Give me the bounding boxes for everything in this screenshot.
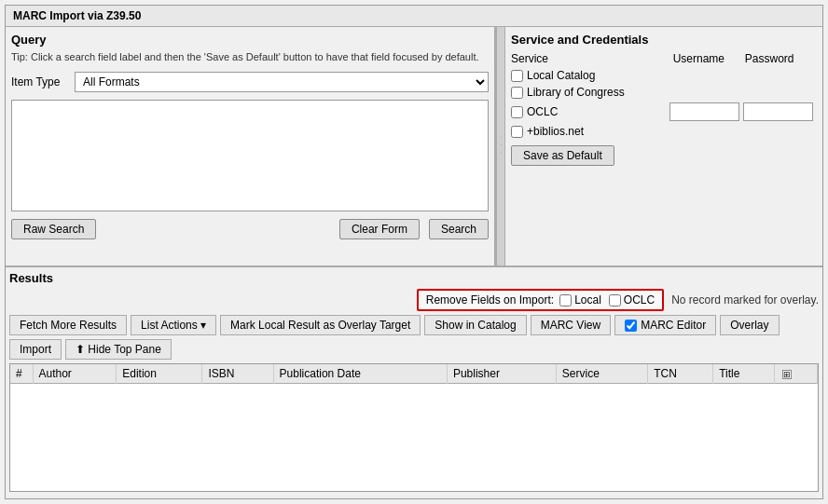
tip-text: Tip: Click a search field label and then… — [11, 50, 489, 64]
service-oclc-checkbox[interactable] — [511, 106, 523, 118]
expand-icon[interactable]: ⊞ — [782, 370, 792, 379]
main-content: Query Tip: Click a search field label an… — [6, 27, 822, 496]
col-hash: # — [10, 364, 33, 384]
marc-editor-label: MARC Editor — [641, 319, 706, 332]
query-title: Query — [11, 33, 489, 47]
top-section: Query Tip: Click a search field label an… — [6, 27, 822, 267]
oclc-checkbox[interactable] — [609, 294, 621, 306]
service-local-label[interactable]: Local Catalog — [511, 69, 679, 82]
col-title: Title — [713, 364, 774, 384]
service-headers: Service Username Password — [511, 52, 817, 65]
remove-check-row: Local OCLC — [559, 293, 655, 306]
raw-search-button[interactable]: Raw Search — [11, 219, 96, 239]
local-check-label[interactable]: Local — [559, 293, 601, 306]
item-type-select[interactable]: All Formats — [75, 72, 489, 92]
col-username: Username — [673, 52, 745, 65]
marc-view-button[interactable]: MARC View — [531, 315, 611, 335]
item-type-label: Item Type — [11, 75, 67, 89]
service-pane: Service and Credentials Service Username… — [505, 27, 822, 266]
results-toolbar-mid: Fetch More Results List Actions Mark Loc… — [9, 315, 819, 335]
service-row-local: Local Catalog — [511, 69, 817, 82]
remove-fields-label: Remove Fields on Import: — [426, 293, 554, 306]
upload-icon: ⬆ — [76, 343, 85, 356]
service-row-loc: Library of Congress — [511, 86, 817, 99]
service-row-biblios: +biblios.net — [511, 125, 817, 138]
mark-local-button[interactable]: Mark Local Result as Overlay Target — [220, 315, 421, 335]
results-toolbar-bottom: Import ⬆ Hide Top Pane — [9, 339, 819, 360]
service-local-checkbox[interactable] — [511, 70, 523, 82]
window-title: MARC Import via Z39.50 — [13, 9, 141, 22]
col-service: Service — [511, 52, 673, 65]
hide-top-pane-label: Hide Top Pane — [88, 343, 161, 356]
service-biblios-label[interactable]: +biblios.net — [511, 125, 679, 138]
oclc-username-input[interactable] — [669, 102, 739, 121]
marc-editor-checkbox[interactable] — [625, 320, 637, 332]
col-author: Author — [33, 364, 117, 384]
col-expand: ⊞ — [774, 364, 817, 384]
clear-form-button[interactable]: Clear Form — [339, 219, 420, 239]
show-in-catalog-button[interactable]: Show in Catalog — [424, 315, 526, 335]
col-edition: Edition — [117, 364, 202, 384]
service-buttons: Save as Default — [511, 145, 817, 166]
oclc-label: OCLC — [624, 293, 655, 306]
col-tcn: TCN — [648, 364, 713, 384]
divider-dots: · · · — [497, 136, 505, 156]
results-table: # Author Edition ISBN Publication Date P… — [10, 364, 818, 384]
table-header-row: # Author Edition ISBN Publication Date P… — [10, 364, 818, 384]
main-window: MARC Import via Z39.50 Query Tip: Click … — [5, 5, 823, 499]
oclc-check-label[interactable]: OCLC — [609, 293, 655, 306]
service-oclc-label[interactable]: OCLC — [511, 105, 669, 118]
col-service: Service — [556, 364, 647, 384]
results-title: Results — [9, 271, 819, 285]
query-fields-area — [11, 100, 489, 211]
oclc-password-input[interactable] — [743, 102, 813, 121]
service-loc-label[interactable]: Library of Congress — [511, 86, 679, 99]
service-biblios-checkbox[interactable] — [511, 126, 523, 138]
col-password: Password — [745, 52, 817, 65]
query-buttons: Raw Search Clear Form Search — [11, 219, 489, 239]
save-default-button[interactable]: Save as Default — [511, 145, 614, 166]
overlay-button[interactable]: Overlay — [720, 315, 779, 335]
service-row-oclc: OCLC — [511, 102, 817, 121]
results-section: Results Remove Fields on Import: Local O… — [6, 267, 822, 496]
item-type-row: Item Type All Formats — [11, 72, 489, 92]
results-table-area: # Author Edition ISBN Publication Date P… — [9, 363, 819, 492]
import-button[interactable]: Import — [9, 339, 62, 360]
search-button[interactable]: Search — [429, 219, 489, 239]
col-publisher: Publisher — [447, 364, 556, 384]
fetch-more-button[interactable]: Fetch More Results — [9, 315, 127, 335]
title-bar: MARC Import via Z39.50 — [6, 6, 822, 27]
col-isbn: ISBN — [202, 364, 273, 384]
marc-editor-button[interactable]: MARC Editor — [614, 315, 716, 335]
remove-fields-box: Remove Fields on Import: Local OCLC — [417, 289, 664, 311]
vertical-divider[interactable]: · · · — [496, 27, 505, 266]
local-label: Local — [574, 293, 601, 306]
list-actions-button[interactable]: List Actions — [131, 315, 216, 335]
results-toolbar-top: Remove Fields on Import: Local OCLC No r… — [9, 289, 819, 311]
service-loc-checkbox[interactable] — [511, 87, 523, 99]
local-checkbox[interactable] — [559, 294, 572, 306]
col-pub-date: Publication Date — [273, 364, 447, 384]
service-title: Service and Credentials — [511, 33, 817, 47]
overlay-status: No record marked for overlay. — [671, 293, 819, 306]
hide-top-pane-button[interactable]: ⬆ Hide Top Pane — [65, 339, 172, 360]
query-pane: Query Tip: Click a search field label an… — [6, 27, 496, 266]
